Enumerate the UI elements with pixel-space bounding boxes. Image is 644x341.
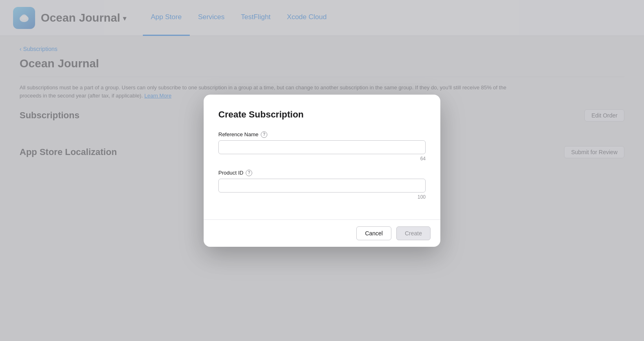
modal-title: Create Subscription (218, 109, 426, 120)
product-id-group: Product ID ? 100 (218, 170, 426, 200)
reference-name-char-count: 64 (218, 156, 426, 162)
product-id-help-icon[interactable]: ? (246, 170, 252, 176)
modal-overlay: Create Subscription Reference Name ? 64 … (0, 0, 644, 341)
modal-cancel-button[interactable]: Cancel (356, 226, 391, 240)
create-subscription-modal: Create Subscription Reference Name ? 64 … (204, 95, 440, 247)
reference-name-help-icon[interactable]: ? (261, 131, 267, 138)
modal-footer: Cancel Create (204, 220, 440, 247)
reference-name-group: Reference Name ? 64 (218, 131, 426, 162)
product-id-label: Product ID ? (218, 170, 426, 176)
product-id-char-count: 100 (218, 194, 426, 200)
modal-create-button[interactable]: Create (396, 226, 431, 240)
product-id-input[interactable] (218, 179, 426, 193)
reference-name-label: Reference Name ? (218, 131, 426, 138)
reference-name-input[interactable] (218, 140, 426, 154)
modal-body: Create Subscription Reference Name ? 64 … (204, 95, 440, 219)
